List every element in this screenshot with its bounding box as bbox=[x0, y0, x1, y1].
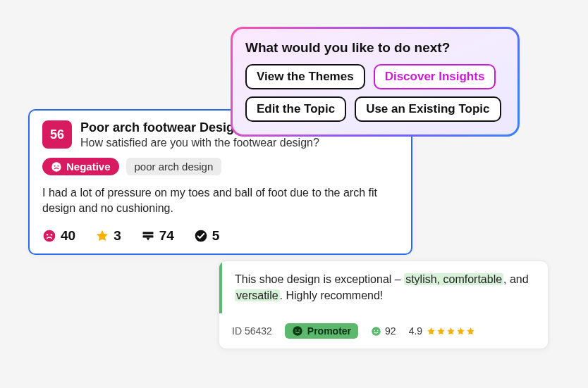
edit-topic-button[interactable]: Edit the Topic bbox=[245, 96, 346, 122]
star-icon bbox=[446, 327, 455, 336]
comments-icon bbox=[141, 229, 155, 243]
svg-point-3 bbox=[44, 230, 56, 242]
promoter-badge: Promoter bbox=[285, 323, 358, 339]
stat-star: 3 bbox=[95, 228, 121, 244]
smile-icon bbox=[371, 326, 381, 337]
quote-score-value: 92 bbox=[385, 325, 396, 337]
svg-rect-7 bbox=[142, 235, 153, 237]
check-circle-icon bbox=[194, 229, 208, 243]
stat-frown-value: 40 bbox=[61, 228, 75, 244]
quote-text-post: . Highly recommend! bbox=[280, 289, 384, 301]
quote-meta: ID 56432 Promoter 92 4.9 bbox=[219, 313, 548, 349]
svg-point-10 bbox=[295, 330, 297, 331]
review-stats: 40 3 74 5 bbox=[42, 228, 398, 244]
next-action-prompt: What would you like to do next? View the… bbox=[231, 27, 520, 137]
stat-star-value: 3 bbox=[114, 228, 121, 244]
stat-check-value: 5 bbox=[212, 228, 220, 244]
review-tags: Negative poor arch design bbox=[42, 158, 398, 175]
svg-point-11 bbox=[298, 330, 300, 331]
stat-check: 5 bbox=[194, 228, 220, 244]
stat-comments: 74 bbox=[141, 228, 174, 244]
stat-frown: 40 bbox=[42, 228, 75, 244]
quote-text-mid: , and bbox=[503, 273, 529, 285]
smile-icon bbox=[292, 325, 303, 337]
star-icon bbox=[466, 327, 475, 336]
frown-icon bbox=[42, 229, 56, 243]
svg-point-14 bbox=[377, 330, 379, 331]
promoter-label: Promoter bbox=[307, 325, 351, 337]
quote-body: This shoe design is exceptional – stylis… bbox=[219, 261, 548, 313]
svg-point-5 bbox=[51, 234, 52, 235]
discover-insights-button[interactable]: Discover Insights bbox=[374, 64, 496, 89]
quote-card[interactable]: This shoe design is exceptional – stylis… bbox=[219, 261, 549, 349]
star-icon bbox=[456, 327, 465, 336]
quote-rating: 4.9 bbox=[409, 325, 475, 337]
svg-point-9 bbox=[293, 327, 302, 336]
quote-highlight-1: stylish, comfortable bbox=[404, 273, 503, 285]
star-icon bbox=[427, 327, 436, 336]
prompt-title: What would you like to do next? bbox=[245, 40, 505, 56]
review-body: I had a lot of pressure on my toes and b… bbox=[42, 185, 398, 217]
stat-comments-value: 74 bbox=[159, 228, 174, 244]
sentiment-label: Negative bbox=[66, 161, 111, 173]
frown-icon bbox=[51, 161, 62, 173]
view-themes-button[interactable]: View the Themes bbox=[245, 64, 365, 89]
topic-tag[interactable]: poor arch design bbox=[126, 158, 222, 175]
rating-stars bbox=[427, 327, 475, 336]
sentiment-negative-tag[interactable]: Negative bbox=[42, 158, 119, 175]
score-badge: 56 bbox=[42, 120, 72, 149]
quote-highlight-2: versatile bbox=[235, 289, 280, 301]
quote-id: ID 56432 bbox=[232, 325, 272, 337]
use-existing-topic-button[interactable]: Use an Existing Topic bbox=[355, 96, 501, 122]
review-subtitle: How satisfied are you with the footwear … bbox=[80, 137, 319, 149]
svg-point-13 bbox=[374, 330, 376, 331]
svg-point-0 bbox=[51, 162, 61, 171]
quote-score: 92 bbox=[371, 325, 396, 337]
svg-point-4 bbox=[47, 234, 48, 235]
star-icon bbox=[436, 327, 446, 336]
quote-rating-value: 4.9 bbox=[409, 325, 422, 337]
star-icon bbox=[95, 229, 109, 243]
svg-point-12 bbox=[372, 327, 381, 336]
svg-point-1 bbox=[54, 165, 56, 166]
svg-point-2 bbox=[57, 165, 59, 166]
quote-text-pre: This shoe design is exceptional – bbox=[235, 273, 404, 285]
svg-rect-6 bbox=[142, 232, 153, 234]
